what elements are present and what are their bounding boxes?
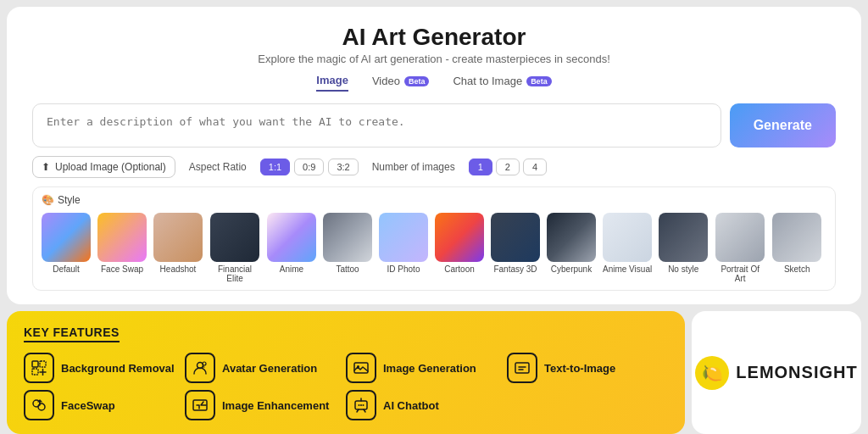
style-item-headshot[interactable]: Headshot xyxy=(153,213,203,283)
feature-icon-ai-chatbot xyxy=(346,390,376,420)
feature-item-faceswap[interactable]: FaceSwap xyxy=(24,390,185,420)
aspect-1-1[interactable]: 1:1 xyxy=(260,159,290,175)
feature-icon-text-to-image xyxy=(507,353,537,383)
style-grid: Default Face Swap Headshot Financial Eli… xyxy=(42,213,826,283)
feature-name-bg-removal: Background Removal xyxy=(61,362,175,375)
aspect-ratio-label: Aspect Ratio xyxy=(189,161,247,173)
tab-video[interactable]: Video Beta xyxy=(372,75,430,91)
feature-name-ai-chatbot: AI Chatbot xyxy=(383,399,439,412)
upload-image-button[interactable]: ⬆ Upload Image (Optional) xyxy=(32,156,175,178)
num-1[interactable]: 1 xyxy=(469,159,492,175)
style-item-nostyle[interactable]: No style xyxy=(659,213,708,283)
prompt-input[interactable] xyxy=(32,103,721,147)
lemon-icon: 🍋 xyxy=(695,356,729,390)
svg-point-9 xyxy=(38,403,45,410)
style-item-faceswap[interactable]: Face Swap xyxy=(97,213,147,283)
svg-rect-0 xyxy=(32,361,38,367)
bottom-area: KEY FEATURES Background Removal Avatar G… xyxy=(7,311,861,434)
svg-rect-7 xyxy=(515,363,529,373)
tab-chat-to-image[interactable]: Chat to Image Beta xyxy=(453,75,551,91)
page-title: AI Art Generator xyxy=(32,24,836,51)
feature-item-bg-removal[interactable]: Background Removal xyxy=(24,353,185,383)
style-item-idphoto[interactable]: ID Photo xyxy=(379,213,428,283)
feature-icon-faceswap xyxy=(24,390,54,420)
style-thumb-default xyxy=(42,213,91,262)
feature-icon-image-gen xyxy=(346,353,376,383)
aspect-3-2[interactable]: 3:2 xyxy=(328,159,358,175)
style-thumb-nostyle xyxy=(659,213,708,262)
features-title: KEY FEATURES xyxy=(24,326,120,342)
feature-item-text-to-image[interactable]: Text-to-Image xyxy=(507,353,668,383)
svg-point-12 xyxy=(359,404,360,406)
style-item-fantasy[interactable]: Fantasy 3D xyxy=(491,213,540,283)
feature-name-image-enhance: Image Enhancement xyxy=(222,399,329,412)
style-item-sketch[interactable]: Sketch xyxy=(772,213,821,283)
style-thumb-faceswap xyxy=(97,213,147,262)
input-row: Generate xyxy=(32,103,836,147)
generate-button[interactable]: Generate xyxy=(730,103,836,147)
style-item-cartoon[interactable]: Cartoon xyxy=(435,213,484,283)
lemonsight-logo: 🍋 LEMONSIGHT xyxy=(695,356,857,390)
feature-icon-avatar xyxy=(185,353,215,383)
svg-point-14 xyxy=(363,404,364,406)
style-thumb-cyberpunk xyxy=(547,213,596,262)
feature-item-image-enhance[interactable]: Image Enhancement xyxy=(185,390,346,420)
upload-icon: ⬆ xyxy=(42,161,50,173)
svg-rect-2 xyxy=(32,369,38,375)
style-item-financial[interactable]: Financial Elite xyxy=(209,213,260,283)
style-item-tattoo[interactable]: Tattoo xyxy=(323,213,372,283)
features-card: KEY FEATURES Background Removal Avatar G… xyxy=(7,311,685,434)
feature-item-ai-chatbot[interactable]: AI Chatbot xyxy=(346,390,507,420)
num-images-label: Number of images xyxy=(372,161,455,173)
feature-icon-bg-removal xyxy=(24,353,54,383)
style-thumb-cartoon xyxy=(435,213,484,262)
svg-point-13 xyxy=(360,404,362,406)
video-beta-badge: Beta xyxy=(404,76,430,86)
feature-name-avatar: Avatar Generation xyxy=(222,362,317,375)
feature-icon-image-enhance xyxy=(185,390,215,420)
style-thumb-financial xyxy=(210,213,259,262)
num-2[interactable]: 2 xyxy=(496,159,520,175)
style-thumb-headshot xyxy=(153,213,203,262)
feature-item-avatar[interactable]: Avatar Generation xyxy=(185,353,346,383)
style-section: 🎨 Style Default Face Swap Headshot Finan… xyxy=(32,186,836,291)
num-images-options: 1 2 4 xyxy=(469,159,547,175)
style-thumb-idphoto xyxy=(379,213,428,262)
style-item-portrait[interactable]: Portrait Of Art xyxy=(715,213,765,283)
style-thumb-anime xyxy=(267,213,316,262)
style-item-animev[interactable]: Anime Visual xyxy=(603,213,652,283)
style-label: 🎨 Style xyxy=(42,194,826,206)
style-thumb-animev xyxy=(603,213,652,262)
feature-name-faceswap: FaceSwap xyxy=(61,399,115,412)
page-subtitle: Explore the magic of AI art generation -… xyxy=(32,53,836,65)
tab-image[interactable]: Image xyxy=(316,74,348,92)
lemonsight-name: LEMONSIGHT xyxy=(736,363,857,382)
num-4[interactable]: 4 xyxy=(523,159,547,175)
title-section: AI Art Generator Explore the magic of AI… xyxy=(32,24,836,65)
style-item-cyberpunk[interactable]: Cyberpunk xyxy=(547,213,596,283)
svg-rect-1 xyxy=(40,361,46,367)
lemonsight-card: 🍋 LEMONSIGHT xyxy=(692,311,861,434)
tab-bar: Image Video Beta Chat to Image Beta xyxy=(32,74,836,92)
feature-name-text-to-image: Text-to-Image xyxy=(544,362,615,375)
aspect-ratio-options: 1:1 0:9 3:2 xyxy=(260,159,359,175)
aspect-0-9[interactable]: 0:9 xyxy=(294,159,324,175)
features-grid: Background Removal Avatar Generation Ima… xyxy=(24,353,668,420)
top-card: AI Art Generator Explore the magic of AI… xyxy=(7,7,861,304)
style-thumb-tattoo xyxy=(323,213,372,262)
feature-item-image-gen[interactable]: Image Generation xyxy=(346,353,507,383)
style-thumb-fantasy xyxy=(491,213,540,262)
feature-name-image-gen: Image Generation xyxy=(383,362,476,375)
style-thumb-portrait xyxy=(715,213,765,262)
controls-row: ⬆ Upload Image (Optional) Aspect Ratio 1… xyxy=(32,156,836,178)
style-thumb-sketch xyxy=(772,213,821,262)
chat-beta-badge: Beta xyxy=(526,76,552,86)
style-item-anime[interactable]: Anime xyxy=(267,213,316,283)
style-item-default[interactable]: Default xyxy=(42,213,91,283)
svg-point-6 xyxy=(357,365,359,368)
